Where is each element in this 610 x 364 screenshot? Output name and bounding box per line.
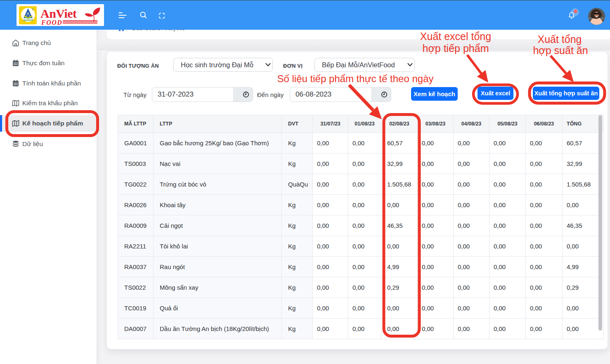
svg-text:anviet: anviet bbox=[23, 18, 33, 22]
